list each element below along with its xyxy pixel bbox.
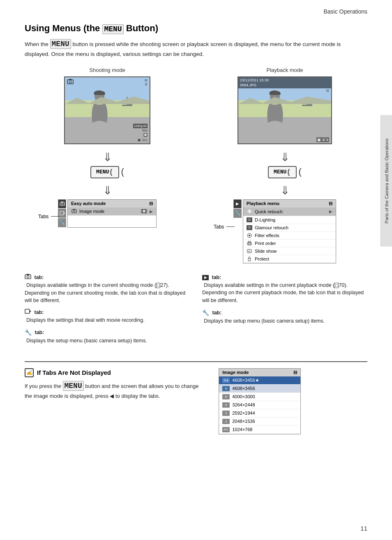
im-row-3: N 4000×3000	[219, 393, 300, 401]
row-text-protect: Protect	[255, 256, 332, 261]
svg-point-25	[249, 235, 250, 236]
playback-screen: 15/11/2011 15:30 0004.JPG	[238, 76, 332, 144]
image-mode-title: Image mode	[222, 370, 249, 375]
tab-setup: 🔧	[58, 218, 66, 227]
intro-text: When the MENU button is pressed while th…	[25, 39, 345, 59]
playback-arrow: ⇓	[280, 150, 290, 164]
im-text-1: 4608×3456★	[232, 378, 259, 383]
desc-pb-tab: ▶ tab: Displays available settings in th…	[202, 274, 367, 305]
page-number: 11	[360, 525, 367, 532]
row-text-filter: Filter effects	[255, 233, 332, 238]
tab-setup-right: 🔧	[233, 209, 242, 218]
cam-tab-content: Displays available settings in the curre…	[26, 282, 156, 288]
note-title-text: If Tabs Are Not Displayed	[37, 369, 111, 376]
note-title: ✍ If Tabs Are Not Displayed	[25, 368, 206, 377]
desc-section: tab: Displays available settings in the …	[25, 274, 367, 349]
im-row-4: 8 3264×2448	[219, 401, 300, 409]
pb-mountains-svg	[238, 96, 331, 104]
playback-mode-col: Playback mode 15/11/2011 15:30 0004.JPG	[202, 67, 367, 263]
playback-arrow2: ⇓	[280, 184, 290, 197]
row-badge: 🔲	[141, 209, 147, 213]
shooting-menu-wrapper: Tabs 🔧	[58, 199, 157, 228]
pb-tab-label: tab:	[212, 275, 221, 280]
row-text-quick: Quick retouch	[255, 209, 327, 214]
cam-icon-tr: ⊟ ⑤	[145, 78, 148, 87]
shooting-menu-row-imagemode: Image mode 🔲 ▶	[68, 208, 156, 216]
im-row-2: N 4608×3456	[219, 385, 300, 393]
note-icon: ✍	[25, 368, 34, 377]
tab-cam	[58, 199, 66, 208]
im-icon-7: PC	[222, 427, 230, 432]
menu-row-dlighting: D D-Lighting	[243, 216, 336, 224]
image-mode-panel: Image mode ⊟ N★ 4608×3456★ N 4608×3456 N…	[219, 368, 301, 434]
cam-icon-br: 1080p30 50s 🔲 ▣ 211	[133, 124, 148, 142]
im-icon-5: 5	[222, 411, 230, 416]
pb-tab-content: Displays available settings in the curre…	[204, 282, 334, 288]
title-part2: Button)	[124, 23, 158, 33]
tabs-label-left: Tabs	[38, 214, 59, 219]
tabs-text-left: Tabs	[38, 214, 48, 219]
svg-point-9	[61, 203, 63, 205]
desc-cam-tab: tab: Displays available settings in the …	[25, 274, 190, 305]
pb-date: 15/11/2011 15:30	[240, 78, 330, 83]
row-text-imagemode: Image mode	[79, 209, 138, 214]
cam-icon-tl	[67, 78, 74, 85]
pb-person-svg	[262, 90, 288, 125]
shooting-menu-btn-container: MENU (	[90, 166, 124, 178]
icon-dlighting: D	[247, 217, 252, 222]
playback-screen-inner: 15/11/2011 15:30 0004.JPG	[238, 77, 331, 143]
desc-cam-icon	[25, 274, 31, 282]
side-tab-text: Parts of the Camera and Basic Operations	[384, 138, 389, 224]
svg-marker-30	[249, 251, 250, 252]
icon-filter	[247, 233, 252, 238]
icon-quick-retouch	[247, 209, 252, 215]
row-arrow: ▶	[150, 209, 153, 214]
pb-ref: □	[334, 283, 339, 288]
im-row-5: 5 2592×1944	[219, 409, 300, 418]
row-text-slideshow: Slide show	[255, 249, 332, 254]
svg-point-14	[73, 210, 75, 212]
svg-marker-36	[30, 310, 31, 312]
row-arrow-quick: ▶	[329, 209, 332, 214]
note-section: ✍ If Tabs Are Not Displayed If you press…	[25, 361, 367, 434]
im-text-4: 3264×2448	[232, 402, 255, 407]
desc-col-right: ▶ tab: Displays available settings in th…	[202, 274, 367, 349]
title-keyword: MENU	[102, 24, 123, 34]
playback-menu-panel: Playback menu ⊟ Quick retouch ▶	[243, 199, 336, 263]
svg-rect-8	[60, 202, 65, 205]
desc-movie-icon	[25, 309, 31, 316]
desc-pb-icon: ▶	[202, 275, 209, 280]
setup-tab-content-right: Displays the setup menu (basic camera se…	[204, 318, 325, 324]
svg-point-6	[69, 81, 71, 83]
svg-rect-10	[61, 202, 63, 203]
shooting-menu-icon: ⊟	[149, 201, 153, 206]
shooting-menu-btn: MENU	[90, 166, 119, 178]
icon-glamour: G	[247, 225, 252, 230]
shooting-arrow: ⇓	[103, 150, 112, 164]
im-text-6: 2048×1536	[232, 419, 255, 424]
menu-row-slideshow: Slide show	[243, 247, 336, 255]
shooting-area: ⊟ ⑤ 1080p30 50s 🔲 ▣ 211 ⇓	[25, 76, 190, 228]
side-tab: Parts of the Camera and Basic Operations	[380, 115, 392, 247]
shooting-menu-with-tabs: 🔧 Easy auto mode ⊟	[58, 199, 157, 228]
svg-rect-34	[27, 274, 29, 275]
note-keyword: MENU	[63, 381, 84, 391]
setup-tab-label-right: tab:	[212, 310, 221, 316]
image-mode-header-icon: ⊟	[293, 370, 297, 375]
im-text-3: 4000×3000	[232, 394, 255, 399]
svg-rect-31	[248, 258, 251, 261]
playback-menu-btn: MENU	[268, 166, 297, 178]
movie-tab-label: tab:	[34, 309, 44, 315]
playback-menu-title: Playback menu	[247, 201, 279, 206]
playback-menu-icon: ⊟	[329, 201, 332, 206]
diagram-section: Shooting mode	[25, 67, 367, 263]
desc-movie-tab: tab: Displays the settings that deal wit…	[25, 309, 190, 324]
svg-rect-19	[302, 105, 312, 106]
page-container: Parts of the Camera and Basic Operations…	[0, 0, 392, 540]
svg-rect-35	[25, 309, 30, 314]
row-text-print: Print order	[255, 241, 332, 246]
playback-area: 15/11/2011 15:30 0004.JPG	[202, 76, 367, 263]
row-text-dlighting: D-Lighting	[255, 217, 332, 222]
playback-menu-btn-container: MENU (	[268, 166, 302, 178]
menu-row-glamour: G Glamour retouch	[243, 224, 336, 232]
